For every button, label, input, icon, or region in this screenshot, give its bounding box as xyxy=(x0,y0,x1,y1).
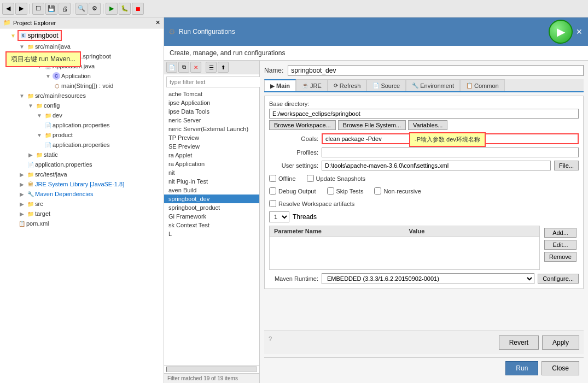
config-item-springboot-product[interactable]: springboot_product xyxy=(164,203,259,212)
jre-icon: 🏛 xyxy=(26,180,35,188)
config-delete-btn[interactable]: ✕ xyxy=(190,62,201,73)
skip-tests-input[interactable] xyxy=(327,187,334,195)
config-item-java-applet[interactable]: ra Applet xyxy=(164,151,259,160)
tree-item-target[interactable]: ▶ 📁 target xyxy=(0,209,164,219)
tree-item-pom-xml[interactable]: 📋 pom.xml xyxy=(0,219,164,228)
config-item-java-app[interactable]: ra Application xyxy=(164,160,259,168)
resolve-workspace-input[interactable] xyxy=(269,200,276,207)
config-item-task-context[interactable]: sk Context Test xyxy=(164,221,259,229)
method-icon: ⬡ xyxy=(53,81,61,90)
tree-item-dev[interactable]: ▼ 📁 dev xyxy=(0,110,164,120)
tree-item-root-properties[interactable]: 📄 application.properties xyxy=(0,160,164,169)
tree-item-application-class[interactable]: ▼ C Application xyxy=(0,71,164,81)
non-recursive-checkbox[interactable]: Non-recursive xyxy=(374,187,421,195)
threads-row: 1 2 4 Threads xyxy=(269,211,579,222)
tree-item-src-test-java[interactable]: ▶ 📁 src/test/java xyxy=(0,169,164,179)
variables-btn[interactable]: Variables... xyxy=(408,120,447,130)
non-recursive-input[interactable] xyxy=(374,187,381,195)
dialog-close-button[interactable]: ✕ xyxy=(575,27,584,36)
tree-item-maven-deps[interactable]: ▶ 🔧 Maven Dependencies xyxy=(0,189,164,199)
toolbar-btn-forward[interactable]: ▶ xyxy=(15,3,27,15)
browse-filesystem-btn[interactable]: Browse File System... xyxy=(338,120,406,130)
tab-common[interactable]: 📋 Common xyxy=(460,79,505,91)
config-item-jse-preview[interactable]: SE Preview xyxy=(164,142,259,151)
tree-item-src-main-java[interactable]: ▼ 📁 src/main/java xyxy=(0,42,164,51)
help-icon[interactable]: ? xyxy=(269,335,272,350)
file-btn[interactable]: File... xyxy=(554,161,579,170)
toolbar-btn-print[interactable]: 🖨 xyxy=(59,3,71,15)
toolbar-btn-debug[interactable]: 🐛 xyxy=(119,3,131,15)
configure-btn[interactable]: Configure... xyxy=(538,274,579,284)
config-copy-btn[interactable]: ⧉ xyxy=(178,62,189,73)
tree-item-jre[interactable]: ▶ 🏛 JRE System Library [JavaSE-1.8] xyxy=(0,179,164,189)
tree-item-static[interactable]: ▶ 📁 static xyxy=(0,150,164,160)
skip-tests-checkbox[interactable]: Skip Tests xyxy=(327,187,364,195)
tree-item-src-main-resources[interactable]: ▼ 📁 src/main/resources xyxy=(0,91,164,101)
config-search-input[interactable] xyxy=(166,76,261,87)
tree-item-src[interactable]: ▶ 📁 src xyxy=(0,199,164,209)
tree-item-config[interactable]: ▼ 📁 config xyxy=(0,101,164,110)
config-filter-btn[interactable]: ☰ xyxy=(206,62,217,73)
offline-checkbox[interactable]: Offline xyxy=(269,175,296,182)
maven-runtime-select[interactable]: EMBEDDED (3.3.3/1.6.2.20150902-0001) xyxy=(322,273,534,284)
offline-checkbox-input[interactable] xyxy=(269,175,276,182)
toolbar-btn-run[interactable]: ▶ xyxy=(106,3,118,15)
tree-item-springboot[interactable]: ▼ s springboot xyxy=(0,30,164,42)
config-item-eclipse-app[interactable]: ipse Application xyxy=(164,98,259,107)
tab-main[interactable]: ▶ Main xyxy=(264,79,296,91)
tree-item-dev-properties[interactable]: 📄 application.properties xyxy=(0,120,164,130)
toolbar-btn-stop[interactable]: ⏹ xyxy=(132,3,144,15)
user-settings-input[interactable] xyxy=(322,161,551,170)
tree-item-main-method[interactable]: ⬡ main(String[]) : void xyxy=(0,81,164,91)
toolbar-btn-settings[interactable]: ⚙ xyxy=(89,3,101,15)
close-btn[interactable]: Close xyxy=(542,361,579,375)
apply-btn[interactable]: Apply xyxy=(542,335,579,350)
update-snapshots-input[interactable] xyxy=(307,175,314,182)
config-item-http-preview[interactable]: TP Preview xyxy=(164,133,259,142)
base-directory-input[interactable] xyxy=(269,109,579,119)
tree-label: static xyxy=(44,151,58,158)
name-input[interactable] xyxy=(288,65,584,76)
tree-item-product-properties[interactable]: 📄 application.properties xyxy=(0,140,164,150)
config-item-generic-server[interactable]: neric Server xyxy=(164,116,259,125)
update-snapshots-checkbox[interactable]: Update Snapshots xyxy=(307,175,366,182)
folder-icon: 📁 xyxy=(26,199,35,208)
config-item-eclipse-data[interactable]: ipse Data Tools xyxy=(164,107,259,116)
config-list-panel: 📄 ⧉ ✕ ☰ ⬆ ache Tomcat ipse Application i… xyxy=(164,61,260,383)
profiles-input[interactable] xyxy=(322,148,579,157)
tree-item-product[interactable]: ▼ 📁 product xyxy=(0,130,164,140)
toolbar-btn-back[interactable]: ◀ xyxy=(2,3,14,15)
horizontal-scrollbar[interactable] xyxy=(166,367,257,372)
toolbar-btn-new[interactable]: ☐ xyxy=(32,3,44,15)
edit-param-btn[interactable]: Edit... xyxy=(544,240,577,250)
config-collapse-btn[interactable]: ⬆ xyxy=(218,62,229,73)
debug-output-checkbox[interactable]: Debug Output xyxy=(269,187,316,195)
add-param-btn[interactable]: Add... xyxy=(544,228,577,238)
config-item-springboot-dev[interactable]: springboot_dev xyxy=(164,195,259,203)
tab-source[interactable]: 📄 Source xyxy=(366,79,406,91)
config-item-maven-build[interactable]: aven Build xyxy=(164,186,259,195)
config-item-junit-plugin[interactable]: nit Plug-in Test xyxy=(164,177,259,186)
debug-output-input[interactable] xyxy=(269,187,276,195)
config-scrollbar[interactable] xyxy=(164,365,259,373)
remove-param-btn[interactable]: Remove xyxy=(544,252,577,262)
revert-btn[interactable]: Revert xyxy=(499,335,539,350)
run-button-circle[interactable]: ▶ xyxy=(549,20,573,44)
tab-refresh[interactable]: ⟳ Refresh xyxy=(328,79,367,91)
threads-select[interactable]: 1 2 4 xyxy=(269,211,289,222)
resolve-workspace-checkbox[interactable]: Resolve Workspace artifacts xyxy=(269,200,354,207)
config-item-generic-server-ext[interactable]: neric Server(External Launch) xyxy=(164,125,259,133)
tab-jre[interactable]: ☕ JRE xyxy=(296,79,328,91)
tab-environment[interactable]: 🔧 Environment xyxy=(406,79,460,91)
config-item-gi-framework[interactable]: Gi Framework xyxy=(164,212,259,221)
non-recursive-label: Non-recursive xyxy=(383,188,421,195)
config-item-tomcat[interactable]: ache Tomcat xyxy=(164,90,259,98)
toolbar-btn-save[interactable]: 💾 xyxy=(45,3,57,15)
config-item-l[interactable]: L xyxy=(164,229,259,238)
toolbar-btn-search[interactable]: 🔍 xyxy=(75,3,88,15)
browse-workspace-btn[interactable]: Browse Workspace... xyxy=(269,120,336,130)
run-btn[interactable]: Run xyxy=(505,361,538,375)
config-new-btn[interactable]: 📄 xyxy=(166,62,177,73)
config-item-junit[interactable]: nit xyxy=(164,168,259,177)
project-explorer-close-icon[interactable]: ✕ xyxy=(155,19,160,26)
